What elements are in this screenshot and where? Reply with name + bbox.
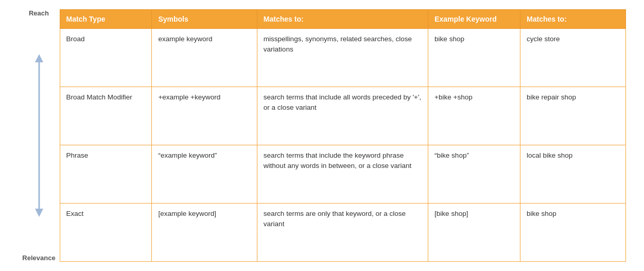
table-wrapper: Match Type Symbols Matches to: Example K… <box>60 9 626 262</box>
cell-match-type: Exact <box>60 204 152 262</box>
cell-symbols: +example +keyword <box>152 87 257 145</box>
svg-marker-2 <box>35 209 43 217</box>
table-row: Broad Match Modifier+example +keywordsea… <box>60 87 625 145</box>
col-header-symbols: Symbols <box>152 10 257 29</box>
cell-match-type: Broad Match Modifier <box>60 87 152 145</box>
cell-matches-to-2: bike repair shop <box>520 87 625 145</box>
cell-matches-to-2: bike shop <box>520 204 625 262</box>
cell-example-keyword: “bike shop” <box>428 145 520 204</box>
cell-symbols: “example keyword” <box>152 145 257 204</box>
col-header-match-type: Match Type <box>60 10 152 29</box>
relevance-label: Relevance <box>22 254 55 262</box>
cell-match-type: Broad <box>60 29 152 87</box>
cell-example-keyword: bike shop <box>428 29 520 87</box>
cell-matches-to-2: cycle store <box>520 29 625 87</box>
page-wrapper: Reach Relevance <box>19 9 626 262</box>
cell-example-keyword: +bike +shop <box>428 87 520 145</box>
cell-matches-to-2: local bike shop <box>520 145 625 204</box>
cell-symbols: [example keyword] <box>152 204 257 262</box>
arrow-column: Reach Relevance <box>19 9 60 262</box>
col-header-example-keyword: Example Keyword <box>428 10 520 29</box>
cell-symbols: example keyword <box>152 29 257 87</box>
table-row: Exact[example keyword]search terms are o… <box>60 204 625 262</box>
cell-matches-to: search terms are only that keyword, or a… <box>257 204 428 262</box>
cell-example-keyword: [bike shop] <box>428 204 520 262</box>
svg-marker-1 <box>35 54 43 62</box>
reach-relevance-arrow <box>29 20 49 251</box>
col-header-matches-to-1: Matches to: <box>257 10 428 29</box>
cell-matches-to: search terms that include all words prec… <box>257 87 428 145</box>
table-row: Broadexample keywordmisspellings, synony… <box>60 29 625 87</box>
cell-matches-to: misspellings, synonyms, related searches… <box>257 29 428 87</box>
col-header-matches-to-2: Matches to: <box>520 10 625 29</box>
table-header-row: Match Type Symbols Matches to: Example K… <box>60 10 625 29</box>
cell-matches-to: search terms that include the keyword ph… <box>257 145 428 204</box>
table-row: Phrase“example keyword”search terms that… <box>60 145 625 204</box>
match-type-table: Match Type Symbols Matches to: Example K… <box>60 9 626 262</box>
reach-label: Reach <box>29 9 49 17</box>
cell-match-type: Phrase <box>60 145 152 204</box>
